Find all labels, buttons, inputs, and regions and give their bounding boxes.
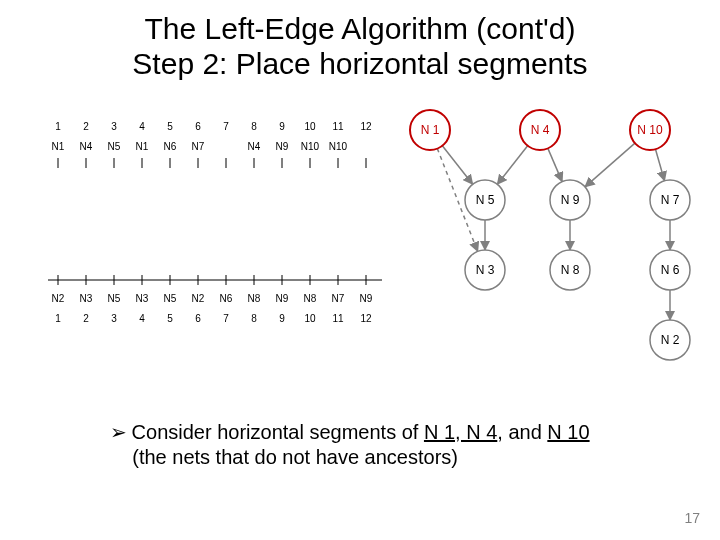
svg-text:2: 2 <box>83 313 89 324</box>
svg-text:N5: N5 <box>164 293 177 304</box>
svg-text:1: 1 <box>55 121 61 132</box>
channel-diagram: 123456789101112 N1N4N5N1N6N7N4N9N10N10 N… <box>30 110 390 360</box>
svg-text:12: 12 <box>360 121 372 132</box>
svg-text:N3: N3 <box>136 293 149 304</box>
bottom-col-numbers: 123456789101112 <box>55 313 372 324</box>
graph-nodes: N 1N 4N 10N 5N 9N 7N 3N 8N 6N 2 <box>410 110 690 360</box>
svg-text:N7: N7 <box>192 141 205 152</box>
svg-text:N 7: N 7 <box>661 193 680 207</box>
svg-text:5: 5 <box>167 313 173 324</box>
svg-text:11: 11 <box>332 121 344 132</box>
slide-title: The Left-Edge Algorithm (cont'd) Step 2:… <box>40 12 680 81</box>
bullet: ➢ Consider horizontal segments of N 1, N… <box>110 420 650 470</box>
svg-text:N6: N6 <box>220 293 233 304</box>
svg-text:N9: N9 <box>276 293 289 304</box>
svg-text:N 9: N 9 <box>561 193 580 207</box>
svg-text:5: 5 <box>167 121 173 132</box>
svg-text:10: 10 <box>304 121 316 132</box>
svg-text:N 3: N 3 <box>476 263 495 277</box>
svg-text:8: 8 <box>251 121 257 132</box>
svg-line-74 <box>655 149 664 181</box>
graph-edges <box>437 143 670 320</box>
svg-text:N4: N4 <box>80 141 93 152</box>
top-net-labels: N1N4N5N1N6N7N4N9N10N10 <box>52 141 348 152</box>
svg-text:N2: N2 <box>52 293 65 304</box>
svg-text:9: 9 <box>279 121 285 132</box>
bullet-mid: , and <box>497 421 547 443</box>
svg-text:11: 11 <box>332 313 344 324</box>
svg-text:N 1: N 1 <box>421 123 440 137</box>
svg-text:8: 8 <box>251 313 257 324</box>
svg-line-72 <box>548 148 562 181</box>
svg-text:N 6: N 6 <box>661 263 680 277</box>
page-number: 17 <box>684 510 700 526</box>
svg-text:N10: N10 <box>329 141 348 152</box>
svg-text:N7: N7 <box>332 293 345 304</box>
bullet-u2: N 10 <box>547 421 589 443</box>
bullet-text-a: Consider horizontal segments of <box>132 421 424 443</box>
title-line-1: The Left-Edge Algorithm (cont'd) <box>145 12 576 45</box>
svg-text:N10: N10 <box>301 141 320 152</box>
svg-text:N5: N5 <box>108 141 121 152</box>
svg-text:N2: N2 <box>192 293 205 304</box>
svg-text:N9: N9 <box>360 293 373 304</box>
svg-line-71 <box>497 146 527 185</box>
svg-text:N1: N1 <box>52 141 65 152</box>
svg-text:N5: N5 <box>108 293 121 304</box>
svg-text:2: 2 <box>83 121 89 132</box>
svg-text:12: 12 <box>360 313 372 324</box>
svg-text:3: 3 <box>111 121 117 132</box>
slide: The Left-Edge Algorithm (cont'd) Step 2:… <box>0 0 720 540</box>
title-line-2: Step 2: Place horizontal segments <box>132 47 587 80</box>
svg-text:9: 9 <box>279 313 285 324</box>
svg-line-73 <box>585 143 635 187</box>
svg-text:3: 3 <box>111 313 117 324</box>
svg-line-70 <box>442 146 472 185</box>
top-col-numbers: 123456789101112 <box>55 121 372 132</box>
svg-text:N 10: N 10 <box>637 123 663 137</box>
svg-text:N1: N1 <box>136 141 149 152</box>
svg-text:1: 1 <box>55 313 61 324</box>
svg-text:4: 4 <box>139 121 145 132</box>
svg-text:7: 7 <box>223 121 229 132</box>
bullet-arrow-icon: ➢ <box>110 420 126 445</box>
constraint-graph: N 1N 4N 10N 5N 9N 7N 3N 8N 6N 2 <box>380 100 700 380</box>
svg-text:N 5: N 5 <box>476 193 495 207</box>
svg-text:N9: N9 <box>276 141 289 152</box>
bullet-u1: N 1, N 4 <box>424 421 497 443</box>
svg-text:N6: N6 <box>164 141 177 152</box>
svg-text:6: 6 <box>195 313 201 324</box>
svg-text:4: 4 <box>139 313 145 324</box>
svg-text:N 2: N 2 <box>661 333 680 347</box>
svg-text:N8: N8 <box>304 293 317 304</box>
bottom-net-labels: N2N3N5N3N5N2N6N8N9N8N7N9 <box>52 293 373 304</box>
svg-text:N 8: N 8 <box>561 263 580 277</box>
svg-text:7: 7 <box>223 313 229 324</box>
svg-text:6: 6 <box>195 121 201 132</box>
svg-text:N4: N4 <box>248 141 261 152</box>
svg-text:N 4: N 4 <box>531 123 550 137</box>
bullet-text-b: (the nets that do not have ancestors) <box>132 446 458 468</box>
svg-text:N3: N3 <box>80 293 93 304</box>
svg-text:10: 10 <box>304 313 316 324</box>
svg-text:N8: N8 <box>248 293 261 304</box>
top-ticks <box>58 158 366 168</box>
